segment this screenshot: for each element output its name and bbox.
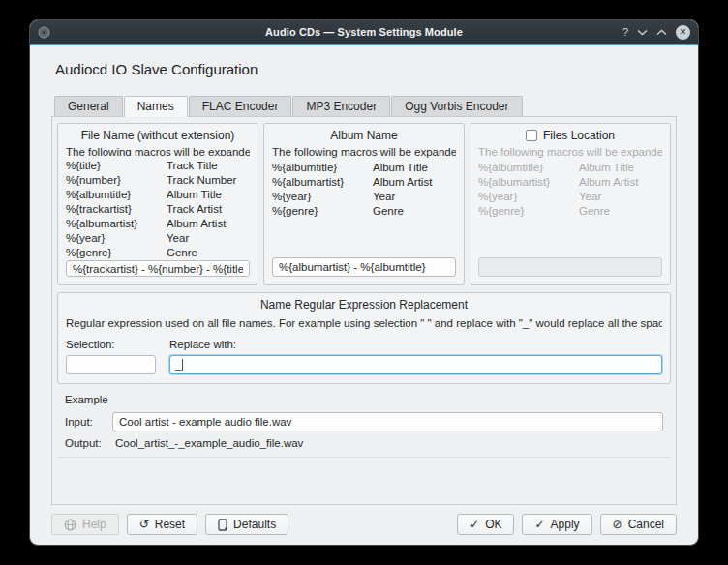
cancel-icon: ⊘ — [613, 519, 622, 530]
macro-row: %{albumartist} Album Artist — [272, 175, 456, 190]
files-location-macro-list: %{albumtitle} Album Title %{albumartist}… — [478, 161, 662, 219]
regex-title: Name Regular Expression Replacement — [66, 298, 662, 312]
macro-row: %{year} Year — [66, 231, 250, 246]
macro-row: %{albumartist} Album Artist — [66, 217, 250, 231]
tab-general[interactable]: General — [54, 96, 123, 116]
files-location-title: Files Location — [543, 129, 615, 142]
macro-row: %{albumartist} Album Artist — [478, 175, 662, 190]
regex-replacement-groupbox: Name Regular Expression Replacement Regu… — [57, 292, 671, 384]
replace-with-value: _ — [175, 359, 181, 371]
album-name-macro-list: %{albumtitle} Album Title %{albumartist}… — [272, 161, 456, 219]
macro-label: Year — [373, 190, 456, 204]
file-name-pattern-input[interactable] — [66, 260, 250, 277]
names-tab-panel: File Name (without extension) The follow… — [51, 116, 677, 505]
macro-token: %{genre} — [272, 204, 373, 219]
minimize-button[interactable] — [637, 29, 648, 36]
macro-row: %{albumtitle} Album Title — [66, 188, 250, 202]
defaults-icon — [218, 519, 228, 531]
macro-label: Album Artist — [167, 217, 250, 231]
macro-label: Genre — [167, 246, 250, 260]
macro-label: Track Title — [167, 159, 250, 173]
ok-button[interactable]: ✓ OK — [457, 514, 514, 535]
macro-token: %{year} — [478, 190, 579, 204]
regex-description: Regular expression used on all file name… — [66, 317, 662, 329]
module-content: Audiocd IO Slave Configuration General N… — [30, 45, 698, 545]
macro-token: %{year} — [272, 190, 373, 204]
macro-label: Track Number — [167, 173, 250, 188]
macro-token: %{year} — [66, 231, 167, 246]
file-name-title: File Name (without extension) — [66, 129, 250, 142]
macro-token: %{albumartist} — [478, 175, 579, 190]
window-title: Audio CDs — System Settings Module — [106, 26, 622, 38]
tab-names[interactable]: Names — [124, 96, 188, 117]
tabbar: General Names FLAC Encoder MP3 Encoder O… — [54, 96, 677, 116]
macro-token: %{number} — [66, 173, 167, 188]
macro-token: %{albumartist} — [66, 217, 167, 231]
check-icon: ✓ — [470, 519, 479, 530]
macro-row: %{title} Track Title — [66, 159, 250, 173]
selection-input[interactable] — [66, 355, 156, 374]
selection-label: Selection: — [66, 339, 156, 350]
maximize-button[interactable] — [656, 29, 667, 36]
macro-token: %{trackartist} — [66, 202, 167, 217]
macro-label: Album Artist — [373, 175, 456, 190]
reset-button[interactable]: ↺ Reset — [127, 514, 197, 535]
example-input-field[interactable] — [112, 412, 663, 431]
titlebar: Audio CDs — System Settings Module ? ✕ — [30, 20, 698, 44]
files-location-checkbox[interactable] — [526, 130, 537, 141]
macro-label: Album Title — [579, 161, 662, 175]
page-title: Audiocd IO Slave Configuration — [55, 61, 677, 77]
dialog-button-row: Help ↺ Reset Defaults ✓ OK — [51, 514, 677, 535]
macro-row: %{albumtitle} Album Title — [272, 161, 456, 175]
macro-token: %{albumtitle} — [272, 161, 373, 175]
files-location-groupbox: Files Location The following macros will… — [470, 123, 671, 285]
macro-token: %{albumtitle} — [66, 188, 167, 202]
macro-label: Album Title — [373, 161, 456, 175]
macro-label: Track Artist — [167, 202, 250, 217]
macro-row: %{genre} Genre — [478, 204, 662, 219]
replace-with-label: Replace with: — [169, 339, 662, 350]
album-name-intro: The following macros will be expanded: — [272, 146, 456, 158]
macro-row: %{genre} Genre — [272, 204, 456, 219]
tab-ogg-vorbis-encoder[interactable]: Ogg Vorbis Encoder — [391, 96, 522, 116]
macro-token: %{title} — [66, 159, 167, 173]
macro-row: %{genre} Genre — [66, 246, 250, 260]
reset-icon: ↺ — [139, 519, 149, 530]
macro-label: Year — [579, 190, 662, 204]
tab-flac-encoder[interactable]: FLAC Encoder — [189, 96, 292, 116]
help-button[interactable]: Help — [51, 514, 119, 535]
macro-row: %{number} Track Number — [66, 173, 250, 188]
macro-label: Album Artist — [579, 175, 662, 190]
file-name-intro: The following macros will be expanded: — [66, 146, 250, 156]
files-location-intro: The following macros will be expanded: — [478, 146, 662, 158]
example-output-label: Output: — [65, 437, 112, 449]
macro-row: %{year} Year — [478, 190, 662, 204]
macro-token: %{albumartist} — [272, 175, 373, 190]
files-location-pattern-input — [478, 257, 662, 277]
close-button[interactable]: ✕ — [676, 25, 690, 40]
macro-row: %{albumtitle} Album Title — [478, 161, 662, 175]
example-label: Example — [65, 394, 663, 405]
check-icon: ✓ — [534, 519, 544, 530]
replace-with-input[interactable]: _ — [169, 355, 662, 374]
macro-token: %{genre} — [66, 246, 167, 260]
file-name-macro-list: %{title} Track Title %{number} Track Num… — [66, 159, 250, 260]
file-name-groupbox: File Name (without extension) The follow… — [57, 123, 258, 285]
macro-row: %{trackartist} Track Artist — [66, 202, 250, 217]
macro-token: %{genre} — [478, 204, 579, 219]
macro-label: Album Title — [167, 188, 250, 202]
album-name-title: Album Name — [272, 129, 456, 142]
tab-mp3-encoder[interactable]: MP3 Encoder — [292, 96, 390, 116]
cancel-button[interactable]: ⊘ Cancel — [600, 514, 677, 535]
album-name-pattern-input[interactable] — [272, 257, 456, 277]
macro-row: %{year} Year — [272, 190, 456, 204]
example-section: Example Input: Output: Cool_artist_-_exa… — [57, 390, 671, 458]
defaults-button[interactable]: Defaults — [205, 514, 288, 535]
titlebar-help-button[interactable]: ? — [622, 27, 628, 38]
settings-window: Audio CDs — System Settings Module ? ✕ A… — [29, 19, 699, 546]
help-icon — [64, 519, 76, 531]
apply-button[interactable]: ✓ Apply — [522, 514, 592, 535]
text-cursor — [182, 359, 183, 371]
example-input-label: Input: — [65, 416, 112, 428]
app-icon — [38, 26, 50, 39]
